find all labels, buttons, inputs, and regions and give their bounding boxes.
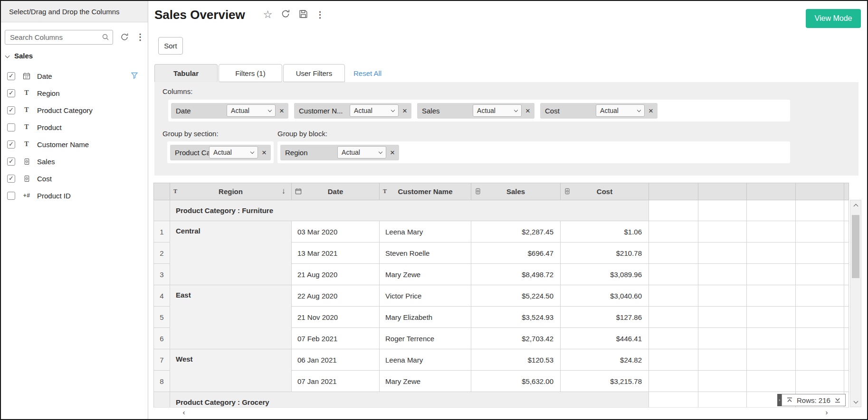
- currency-icon: [21, 158, 32, 165]
- group-header-row: Product Category : Grocery: [154, 392, 849, 408]
- checkbox-checked[interactable]: ✓: [7, 89, 15, 97]
- empty-column-header: [698, 183, 747, 200]
- sidebar-item-cost[interactable]: ✓ Cost: [1, 170, 148, 187]
- empty-cell: [844, 307, 849, 328]
- empty-cell: [698, 221, 747, 243]
- pill-date[interactable]: Date Actual ×: [171, 103, 288, 119]
- checkbox-unchecked[interactable]: [7, 123, 15, 131]
- empty-cell: [844, 285, 849, 307]
- vertical-scroll-thumb[interactable]: [852, 215, 859, 278]
- tab-tabular[interactable]: Tabular: [154, 64, 218, 82]
- checkbox-unchecked[interactable]: [7, 192, 15, 200]
- horizontal-scrollbar[interactable]: ‹ ›: [153, 407, 849, 416]
- row-number-cell: 3: [154, 264, 170, 285]
- group-by-block-dropzone[interactable]: Region Actual ×: [277, 141, 790, 163]
- tab-user-filters[interactable]: User Filters: [283, 64, 345, 82]
- columns-sidebar: Select/Drag and Drop the Columns ⋮ Sales…: [1, 1, 148, 419]
- cost-cell: $127.86: [561, 307, 649, 328]
- column-header-customer-name[interactable]: T Customer Name: [380, 183, 471, 200]
- pill-cost[interactable]: Cost Actual ×: [540, 103, 658, 119]
- search-input[interactable]: [5, 30, 113, 45]
- group-label: Product Category : Furniture: [170, 200, 649, 221]
- checkbox-checked[interactable]: ✓: [7, 106, 15, 114]
- sales-cell: $8,498.72: [471, 264, 561, 285]
- close-icon[interactable]: ×: [649, 107, 653, 115]
- go-to-bottom-icon[interactable]: [834, 397, 841, 403]
- sidebar-item-product[interactable]: T Product: [1, 119, 148, 136]
- empty-cell: [698, 328, 747, 349]
- empty-cell: [796, 285, 844, 307]
- sidebar-item-sales[interactable]: ✓ Sales: [1, 153, 148, 170]
- empty-cell: [796, 200, 844, 221]
- currency-icon: [21, 175, 32, 182]
- scroll-right-button[interactable]: ›: [822, 409, 831, 416]
- aggregate-select[interactable]: Actual: [227, 104, 276, 117]
- search-icon: [102, 33, 109, 41]
- badge-collapse-handle[interactable]: ›: [777, 394, 782, 406]
- empty-cell: [649, 243, 698, 264]
- pill-region[interactable]: Region Actual ×: [280, 145, 399, 160]
- vertical-scrollbar[interactable]: [850, 200, 861, 407]
- empty-cell: [796, 371, 844, 392]
- column-header-sales[interactable]: Sales: [471, 183, 561, 200]
- close-icon[interactable]: ×: [390, 149, 395, 157]
- pill-sales[interactable]: Sales Actual ×: [417, 103, 534, 119]
- checkbox-checked[interactable]: ✓: [7, 158, 15, 166]
- favorite-star-icon[interactable]: ☆: [263, 9, 273, 20]
- empty-cell: [698, 285, 747, 307]
- pill-customer-name[interactable]: Customer N... Actual ×: [294, 103, 411, 119]
- view-mode-button[interactable]: View Mode: [806, 9, 861, 28]
- sidebar-item-product-category[interactable]: ✓ T Product Category: [1, 102, 148, 119]
- checkbox-checked[interactable]: ✓: [7, 140, 15, 149]
- customer-cell: Mary Elizabeth: [380, 307, 471, 328]
- group-by-section-label: Group by section:: [162, 130, 277, 138]
- sort-desc-icon[interactable]: ↓: [282, 187, 286, 196]
- empty-cell: [747, 328, 796, 349]
- column-header-region[interactable]: T Region ↓: [170, 183, 292, 200]
- reset-all-link[interactable]: Reset All: [353, 69, 382, 77]
- close-icon[interactable]: ×: [402, 107, 407, 115]
- sidebar-item-region[interactable]: ✓ T Region: [1, 84, 148, 102]
- more-options-icon[interactable]: ⋮: [316, 10, 324, 19]
- sort-button[interactable]: Sort: [158, 37, 183, 55]
- go-to-top-icon[interactable]: [786, 397, 793, 403]
- empty-column-header: [649, 183, 698, 200]
- refresh-icon[interactable]: [280, 9, 291, 21]
- column-header-date[interactable]: Date: [292, 183, 380, 200]
- filter-icon[interactable]: [131, 72, 138, 81]
- aggregate-select[interactable]: Actual: [337, 146, 386, 159]
- aggregate-select[interactable]: Actual: [596, 104, 645, 117]
- close-icon[interactable]: ×: [525, 107, 530, 115]
- close-icon[interactable]: ×: [262, 149, 267, 157]
- column-header-cost[interactable]: Cost: [561, 183, 649, 200]
- empty-cell: [844, 264, 849, 285]
- checkbox-checked[interactable]: ✓: [7, 175, 15, 183]
- scroll-down-button[interactable]: [850, 395, 861, 407]
- empty-cell: [649, 285, 698, 307]
- group-by-section-dropzone[interactable]: Product Cat... Actual ×: [167, 141, 274, 163]
- scroll-left-button[interactable]: ‹: [180, 409, 188, 416]
- row-number-cell: [154, 392, 170, 408]
- close-icon[interactable]: ×: [279, 107, 284, 115]
- scroll-up-button[interactable]: [850, 200, 861, 212]
- pill-product-category[interactable]: Product Cat... Actual ×: [170, 145, 271, 160]
- sidebar-item-product-id[interactable]: +# Product ID: [1, 187, 148, 204]
- columns-dropzone[interactable]: Date Actual × Customer N... Actual × Sal…: [168, 100, 790, 121]
- tab-filters[interactable]: Filters (1): [219, 64, 282, 82]
- aggregate-select[interactable]: Actual: [209, 146, 258, 159]
- aggregate-select[interactable]: Actual: [473, 104, 522, 117]
- currency-icon: [475, 188, 481, 196]
- text-type-icon: T: [383, 188, 387, 195]
- aggregate-select[interactable]: Actual: [350, 104, 399, 117]
- empty-cell: [649, 200, 698, 221]
- sidebar-item-date[interactable]: ✓ 17 Date: [1, 67, 148, 84]
- sidebar-item-customer-name[interactable]: ✓ T Customer Name: [1, 136, 148, 153]
- save-icon[interactable]: [298, 9, 308, 21]
- sidebar-group-sales[interactable]: Sales: [6, 52, 33, 60]
- checkbox-checked[interactable]: ✓: [7, 72, 15, 80]
- refresh-icon[interactable]: [120, 32, 129, 42]
- sidebar-more-options-icon[interactable]: ⋮: [136, 33, 144, 41]
- cost-cell: $210.78: [561, 243, 649, 264]
- empty-cell: [698, 200, 747, 221]
- empty-cell: [747, 243, 796, 264]
